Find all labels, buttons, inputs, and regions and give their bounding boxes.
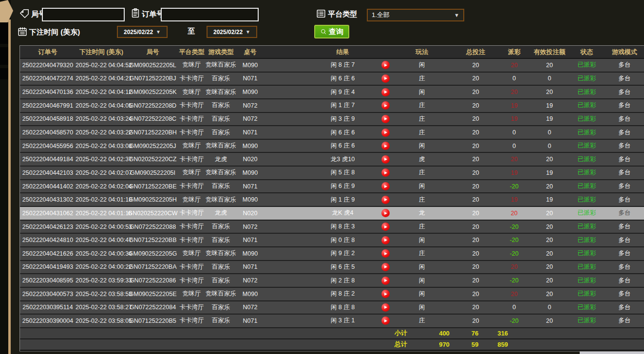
col-header-total-bet: 总投注 (446, 46, 498, 58)
play-video-icon[interactable] (381, 209, 390, 217)
table-row[interactable]: 2502220404414022025-02-22 04:02:04GN0712… (20, 180, 644, 193)
table-row[interactable]: 2502220404313022025-02-22 04:01:18GM0902… (20, 193, 644, 206)
cell-play (363, 314, 398, 328)
cell-mode: 多台 (605, 72, 644, 86)
cell-round: GN020252220CZ (127, 152, 178, 166)
cell-platform: 竞咪厅 (178, 139, 205, 153)
play-video-icon[interactable] (381, 61, 390, 69)
date-to-select[interactable]: 2025/02/22 ▼ (207, 26, 257, 38)
records-table: 订单号 下注时间 (美东) 局号 平台类型 游戏类型 桌号 结果 玩法 总投注 … (19, 45, 644, 352)
play-video-icon[interactable] (381, 223, 390, 231)
cell-valid: 20 (530, 180, 569, 193)
cell-bet: 虎 (398, 152, 446, 166)
play-video-icon[interactable] (381, 303, 390, 312)
platform-type-select[interactable]: 1.全部 ▼ (367, 9, 464, 21)
play-video-icon[interactable] (381, 168, 390, 177)
cell-round: GN071252220BE (127, 180, 178, 193)
cell-table: N071 (237, 233, 264, 247)
platform-type-value: 1.全部 (372, 11, 390, 19)
play-video-icon[interactable] (381, 277, 390, 285)
cell-platform: 卡卡湾厅 (178, 301, 205, 315)
table-row[interactable]: 2502220404421032025-02-22 04:02:07GM0902… (20, 166, 644, 180)
to-label: 至 (188, 27, 195, 36)
col-header-game: 游戏类型 (205, 46, 237, 58)
table-row[interactable]: 2502220303900042025-02-22 03:58:05GN0712… (20, 314, 644, 328)
table-row[interactable]: 2502220303951142025-02-22 03:58:27GN0722… (20, 301, 644, 315)
play-video-icon[interactable] (381, 249, 390, 258)
cell-order: 250222040467991 (20, 99, 76, 112)
date-from-select[interactable]: 2025/02/22 ▼ (117, 26, 168, 38)
cell-status: 已派彩 (569, 85, 605, 99)
cell-valid: 19 (530, 112, 569, 126)
play-video-icon[interactable] (381, 155, 390, 164)
play-video-icon[interactable] (381, 263, 390, 271)
play-video-icon[interactable] (381, 101, 390, 110)
cell-table: N072 (237, 99, 264, 112)
cell-play (363, 233, 398, 247)
play-video-icon[interactable] (381, 75, 390, 83)
cell-mode: 多台 (605, 274, 644, 287)
play-video-icon[interactable] (381, 290, 390, 298)
cell-result: 闲 5 庄 8 (264, 166, 363, 180)
cell-bet: 闲 (398, 274, 446, 287)
play-video-icon[interactable] (381, 142, 390, 150)
order-no-input[interactable] (161, 8, 259, 21)
table-row[interactable]: 2502220404589182025-02-22 04:03:24GN0722… (20, 112, 644, 126)
cell-status: 已派彩 (569, 193, 605, 206)
cell-valid: 19 (530, 193, 569, 206)
cell-mode: 多台 (605, 126, 644, 139)
cell-result: 闲 0 庄 8 (264, 233, 363, 247)
table-row[interactable]: 2502220404216262025-02-22 04:00:34GM0902… (20, 247, 644, 261)
table-row[interactable]: 2502220404248102025-02-22 04:00:47GN0712… (20, 233, 644, 247)
play-video-icon[interactable] (381, 236, 390, 244)
cell-time: 2025-02-22 03:58:05 (76, 314, 127, 328)
cell-game: 百家乐 (205, 314, 237, 328)
left-rail-block (0, 22, 8, 44)
table-row[interactable]: 2502220404559562025-02-22 04:03:08GM0902… (20, 139, 644, 153)
cell-total: 20 (446, 220, 498, 234)
round-no-input[interactable] (42, 8, 125, 21)
cell-bet: 庄 (398, 314, 446, 328)
cell-payout: -20 (498, 247, 530, 261)
table-row[interactable]: 2502220404261232025-02-22 04:00:53GN0722… (20, 220, 644, 234)
chevron-down-icon: ▼ (156, 29, 161, 35)
cell-status: 已派彩 (569, 152, 605, 166)
play-video-icon[interactable] (381, 182, 390, 190)
cell-round: GM0902522205K (127, 85, 178, 99)
table-row[interactable]: 2502220304085952025-02-22 03:59:33GN0722… (20, 274, 644, 287)
cell-valid: 19 (530, 99, 569, 112)
table-row[interactable]: 2502220404310622025-02-22 04:01:16GN0202… (20, 206, 644, 220)
cell-platform: 竞咪厅 (178, 85, 205, 99)
clipboard-icon (130, 8, 141, 19)
cell-round: GN0722522208D (127, 99, 178, 112)
play-video-icon[interactable] (381, 115, 390, 123)
cell-bet: 庄 (398, 99, 446, 112)
cell-play (363, 193, 398, 206)
cell-order: 250222040441402 (20, 180, 76, 193)
table-row[interactable]: 2502220404679912025-02-22 04:04:05GN0722… (20, 99, 644, 112)
play-video-icon[interactable] (381, 196, 390, 204)
cell-status: 已派彩 (569, 274, 605, 287)
cell-valid: 0 (530, 126, 569, 139)
cell-time: 2025-02-22 04:03:22 (76, 126, 127, 139)
search-button[interactable]: 查询 (314, 25, 349, 38)
play-video-icon[interactable] (381, 317, 390, 325)
table-row[interactable]: 2502220404194932025-02-22 04:00:22GN0712… (20, 261, 644, 274)
cell-payout: 20 (498, 58, 530, 72)
cell-payout: 0 (498, 72, 530, 86)
cell-order: 250222040470136 (20, 85, 76, 99)
cell-total: 20 (446, 261, 498, 274)
play-video-icon[interactable] (381, 129, 390, 137)
cell-platform: 卡卡湾厅 (178, 220, 205, 234)
cell-time: 2025-02-22 04:04:12 (76, 85, 127, 99)
cell-status: 已派彩 (569, 72, 605, 86)
table-row[interactable]: 2502220304005732025-02-22 03:58:53GM0902… (20, 287, 644, 301)
table-row[interactable]: 2502220404793202025-02-22 04:04:52GM0902… (20, 58, 644, 72)
table-row[interactable]: 2502220404585702025-02-22 04:03:22GN0712… (20, 126, 644, 139)
table-row[interactable]: 2502220404491842025-02-22 04:02:37GN0202… (20, 152, 644, 166)
subtotal-row: 小计 400 76 316 (20, 328, 644, 339)
table-row[interactable]: 2502220404701362025-02-22 04:04:12GM0902… (20, 85, 644, 99)
play-video-icon[interactable] (381, 88, 390, 96)
cell-order: 250222040424810 (20, 233, 76, 247)
table-row[interactable]: 2502220404722742025-02-22 04:04:21GN0712… (20, 72, 644, 86)
